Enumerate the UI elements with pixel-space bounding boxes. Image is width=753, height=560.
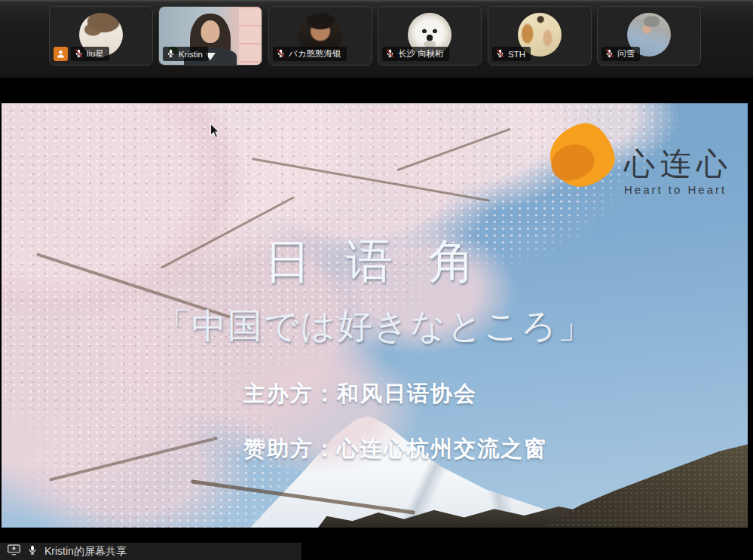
participant-tile[interactable]: liu星 [49,6,153,66]
logo-tagline: Heart to Heart [624,183,733,196]
name-label: 长沙 向秋桁 [382,47,449,61]
screen-share-icon [8,544,20,558]
name-label: liu星 [71,47,109,61]
logo-name: 心连心 [624,147,733,180]
slide-sponsor-line: 赞助方：心连心杭州交流之窗 [243,434,547,464]
slide-title: 日 语 角 [2,230,748,293]
participant-tile[interactable]: STH [488,6,592,66]
mic-muted-icon [385,48,395,60]
name-label: Kristin [163,47,208,61]
participant-tile[interactable]: Kristin [158,6,262,66]
slide-subtitle: 「中国では好きなところ」 [2,303,748,350]
person-badge-icon [54,47,68,61]
participant-strip: liu星 Kristin [0,0,753,78]
participant-tile[interactable]: バカ憨憨海银 [268,6,372,66]
heart-to-heart-logo: 心连心 Heart to Heart [550,124,733,196]
participant-name: 长沙 向秋桁 [398,48,444,60]
mouse-cursor-icon [210,123,221,142]
mic-muted-icon [605,48,614,60]
participant-tile[interactable]: 问雪 [597,6,701,66]
share-status-bar: Kristin的屏幕共享 [0,543,302,560]
name-label: STH [492,47,531,61]
mic-muted-icon [495,48,505,60]
meeting-window: liu星 Kristin [0,0,753,560]
slide-organizer-line: 主办方：和风日语协会 [243,379,477,409]
mic-muted-icon [74,48,84,60]
participant-name: バカ憨憨海银 [289,48,341,60]
mic-muted-icon [276,48,286,60]
mic-icon [27,544,38,558]
shared-screen-stage: 心连心 Heart to Heart 日 语 角 「中国では好きなところ」 主办… [2,103,748,528]
participant-name: liu星 [87,48,104,60]
mic-live-icon [166,48,176,60]
logo-heart-blob-icon [550,124,614,186]
name-label: バカ憨憨海银 [273,47,347,61]
participant-name: 问雪 [617,48,635,60]
share-status-label: Kristin的屏幕共享 [44,545,127,558]
participant-tile[interactable]: 长沙 向秋桁 [378,6,482,66]
participant-name: Kristin [179,50,203,59]
participant-name: STH [508,50,525,59]
name-label: 问雪 [601,47,640,61]
